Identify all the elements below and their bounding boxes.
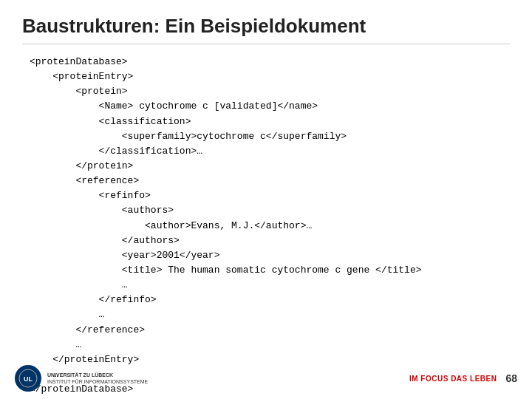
code-line-6: <superfamily>cytochrome c</superfamily> — [30, 129, 510, 144]
slide-title: Baustrukturen: Ein Beispieldokument — [22, 15, 510, 44]
code-line-15: <title> The human somatic cytochrome c g… — [30, 263, 510, 278]
code-line-19: </reference> — [30, 323, 510, 338]
code-line-2: <proteinEntry> — [30, 69, 510, 84]
code-line-20: … — [30, 338, 510, 352]
code-line-13: </authors> — [30, 233, 510, 248]
code-line-1: <proteinDatabase> — [30, 55, 510, 69]
code-line-14: <year>2001</year> — [30, 248, 510, 263]
code-line-16: … — [30, 278, 510, 293]
code-line-4: <Name> cytochrome c [validated]</name> — [30, 99, 510, 114]
code-line-9: <reference> — [30, 174, 510, 188]
university-name: UNIVERSITÄT ZU LÜBECK — [47, 372, 148, 378]
slide-footer: UL UNIVERSITÄT ZU LÜBECK INSTITUT FÜR IN… — [0, 365, 532, 392]
code-block: <proteinDatabase> <proteinEntry> <protei… — [30, 55, 510, 397]
code-line-8: </protein> — [30, 159, 510, 174]
code-line-5: <classification> — [30, 115, 510, 129]
code-line-11: <authors> — [30, 203, 510, 218]
logo-svg: UL — [18, 368, 38, 389]
code-line-18: … — [30, 307, 510, 322]
code-line-12: <author>Evans, M.J.</author>… — [30, 219, 510, 233]
slide-container: Baustrukturen: Ein Beispieldokument <pro… — [0, 0, 532, 399]
code-line-10: <refinfo> — [30, 188, 510, 203]
footer-slogan: IM FOCUS DAS LEBEN — [409, 375, 497, 383]
code-line-17: </refinfo> — [30, 293, 510, 307]
code-line-3: <protein> — [30, 84, 510, 99]
institute-name: INSTITUT FÜR INFORMATIONSSYSTEME — [47, 378, 148, 385]
svg-text:UL: UL — [24, 375, 33, 383]
logo-text: UNIVERSITÄT ZU LÜBECK INSTITUT FÜR INFOR… — [47, 372, 148, 385]
code-line-7: </classification>… — [30, 144, 510, 159]
page-number: 68 — [505, 372, 517, 384]
footer-right-area: IM FOCUS DAS LEBEN 68 — [409, 372, 517, 384]
footer-logo-area: UL UNIVERSITÄT ZU LÜBECK INSTITUT FÜR IN… — [15, 365, 148, 392]
university-logo: UL — [15, 365, 41, 392]
